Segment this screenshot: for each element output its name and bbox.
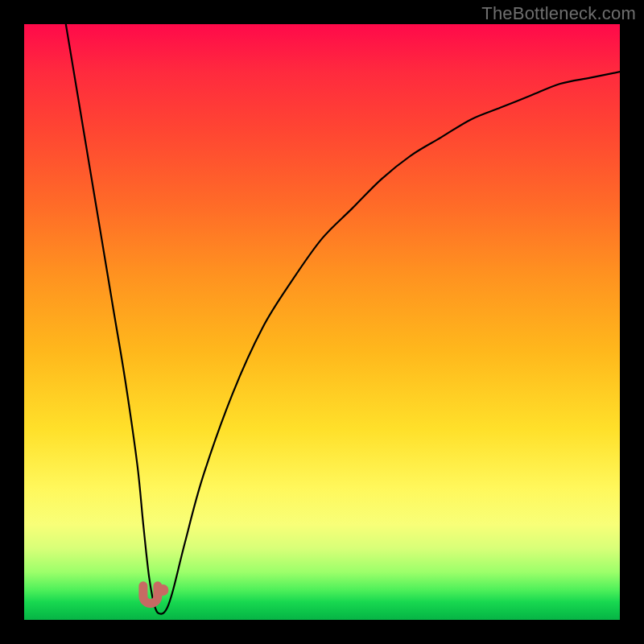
minimum-markers (143, 584, 169, 603)
chart-frame: TheBottleneck.com (0, 0, 644, 644)
right-nub (157, 584, 168, 596)
watermark-text: TheBottleneck.com (481, 3, 636, 24)
plot-area (24, 24, 620, 620)
bottleneck-curve (66, 24, 620, 614)
curve-layer (24, 24, 620, 620)
